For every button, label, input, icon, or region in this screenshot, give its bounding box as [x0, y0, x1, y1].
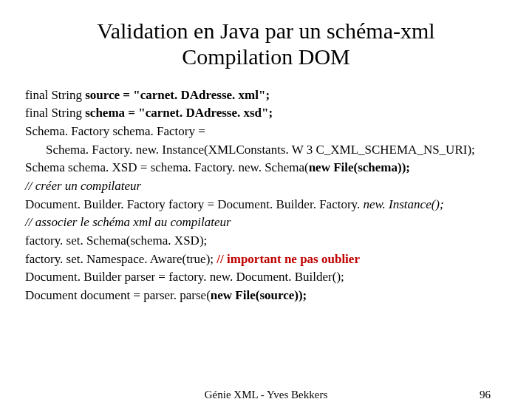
code-comment: // associer le schéma xml au compilateur	[25, 214, 507, 232]
code-line: final String schema = "carnet. DAdresse.…	[25, 104, 507, 123]
code-line: Schema. Factory schema. Factory =	[25, 123, 507, 141]
code-line: factory. set. Namespace. Aware(true); //…	[25, 250, 507, 269]
slide-title: Validation en Java par un schéma-xml Com…	[25, 18, 507, 70]
code-line: factory. set. Schema(schema. XSD);	[25, 232, 507, 250]
code-line: Document. Builder. Factory factory = Doc…	[25, 196, 507, 214]
code-line: Document document = parser. parse(new Fi…	[25, 287, 507, 305]
title-line-1: Validation en Java par un schéma-xml	[97, 18, 434, 43]
footer-author: Génie XML - Yves Bekkers	[205, 389, 328, 399]
code-line: Schema. Factory. new. Instance(XMLConsta…	[25, 141, 507, 160]
code-comment: // créer un compilateur	[25, 177, 507, 196]
code-line: Schema schema. XSD = schema. Factory. ne…	[25, 159, 507, 177]
title-line-2: Compilation DOM	[182, 44, 350, 69]
slide: Validation en Java par un schéma-xml Com…	[0, 0, 532, 304]
page-number: 96	[480, 389, 491, 399]
code-block: final String source = "carnet. DAdresse.…	[25, 86, 507, 305]
code-line: Document. Builder parser = factory. new.…	[25, 268, 507, 287]
code-line: final String source = "carnet. DAdresse.…	[25, 86, 507, 105]
